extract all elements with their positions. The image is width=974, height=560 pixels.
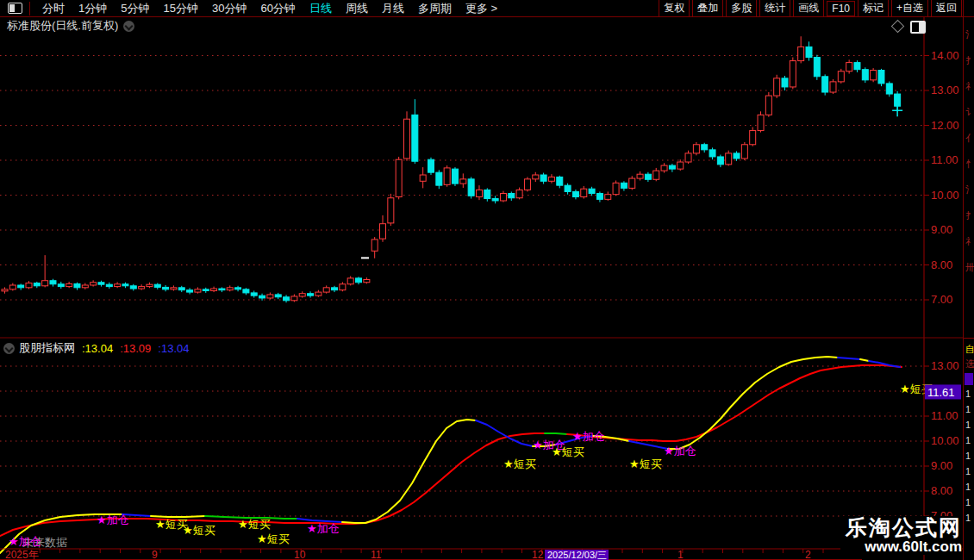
candle	[259, 296, 265, 298]
main-axis-label: 14.00	[931, 49, 959, 62]
period-tab-1分钟[interactable]: 1分钟	[72, 1, 114, 16]
main-chart-gridlines	[0, 56, 922, 301]
candle	[830, 82, 836, 92]
candle	[709, 150, 715, 157]
period-tab-日线[interactable]: 日线	[303, 1, 339, 16]
candle	[50, 281, 56, 284]
action-button-多股[interactable]: 多股	[726, 0, 757, 17]
candle	[412, 115, 418, 161]
candle	[195, 289, 201, 292]
candle	[356, 278, 362, 283]
period-tab-15分钟[interactable]: 15分钟	[156, 1, 204, 16]
candle	[163, 287, 169, 289]
candle	[139, 287, 145, 289]
strip-text-fragment: 礻	[965, 82, 974, 91]
candle	[846, 63, 852, 72]
strip-text-fragment: 自	[965, 345, 974, 354]
diamond-icon[interactable]	[891, 20, 905, 34]
action-button-统计[interactable]: 统计	[759, 0, 790, 17]
candle	[548, 177, 554, 181]
window-icon[interactable]	[8, 3, 22, 14]
strip-text-fragment: 选	[965, 359, 974, 369]
action-button-标记[interactable]: 标记	[858, 0, 889, 17]
candle	[484, 190, 490, 198]
candle	[765, 96, 771, 115]
period-tab-5分钟[interactable]: 5分钟	[114, 1, 156, 16]
indicator-lines	[0, 357, 902, 553]
candle	[565, 185, 571, 191]
candle	[275, 295, 281, 297]
candle	[726, 153, 732, 165]
app-window: 未来数据★加仓★加仓★短买★短买★短买★短买★加仓★短买★加仓★短买★加仓★短买…	[0, 0, 974, 560]
toolbar-divider	[29, 2, 30, 16]
candle	[211, 289, 217, 290]
period-tab-分时[interactable]: 分时	[35, 1, 72, 16]
strip-text-fragment: 讠	[965, 108, 974, 117]
candle	[645, 174, 651, 179]
candle	[854, 63, 860, 70]
signal-短买: ★短买	[629, 457, 662, 470]
candle	[806, 47, 812, 57]
chart-canvas: 未来数据★加仓★加仓★短买★短买★短买★短买★加仓★短买★加仓★短买★加仓★短买…	[0, 0, 974, 560]
period-tab-周线[interactable]: 周线	[339, 1, 375, 16]
strip-purple-block	[965, 373, 973, 385]
candle	[308, 294, 314, 296]
axis-month-label: 9	[152, 549, 158, 560]
candle	[340, 284, 346, 290]
candle	[420, 175, 426, 181]
main-axis-label: 11.00	[931, 153, 958, 166]
candle	[637, 174, 643, 178]
indicator-header: 股朋指标网 :13.04 :13.09 :13.04	[3, 341, 189, 355]
right-edge-strip[interactable]: 氵扌礻讠亻忄氵扌礻卅自选111111111	[963, 0, 974, 560]
candle	[58, 284, 64, 287]
action-button-叠加[interactable]: 叠加	[692, 0, 723, 17]
svg-text:11.61: 11.61	[927, 386, 955, 399]
signal-加仓: ★加仓	[307, 522, 340, 535]
signal-加仓: ★加仓	[9, 535, 41, 548]
strip-text-fragment: 1	[965, 482, 974, 492]
period-tab-30分钟[interactable]: 30分钟	[205, 1, 253, 16]
action-button-F10[interactable]: F10	[827, 1, 855, 16]
candle	[468, 179, 474, 196]
candle	[774, 78, 780, 96]
candle	[741, 145, 747, 159]
strip-text-fragment: 礻	[965, 237, 974, 246]
chevron-down-circle-icon[interactable]	[3, 343, 15, 354]
action-button-+自选[interactable]: +自选	[891, 0, 928, 17]
indicator-value-red: :13.09	[120, 342, 151, 355]
candle	[291, 296, 297, 301]
candle	[661, 165, 667, 171]
stock-title: 标准股份(日线.前复权)	[7, 18, 118, 34]
axis-year-label: 2025年	[5, 549, 39, 560]
candle	[596, 193, 603, 199]
chevron-down-circle-icon[interactable]	[123, 21, 134, 32]
candle	[589, 189, 595, 193]
candle	[26, 283, 32, 288]
candle	[886, 84, 892, 94]
candle	[436, 172, 442, 185]
candle	[653, 171, 659, 179]
action-button-返回[interactable]: 返回	[931, 0, 962, 17]
split-pane-icon[interactable]	[910, 21, 926, 34]
period-tab-更多 >[interactable]: 更多 >	[459, 1, 504, 16]
strip-text-fragment: 氵	[965, 30, 974, 40]
period-tab-60分钟[interactable]: 60分钟	[253, 1, 302, 16]
date-axis[interactable]: 2025年9101112122025/12/03/三	[5, 549, 903, 560]
candle	[91, 283, 97, 285]
candle	[323, 288, 329, 292]
indicator-value-yellow: :13.04	[82, 342, 113, 355]
candle	[669, 165, 675, 169]
candle	[227, 288, 233, 290]
period-tab-月线[interactable]: 月线	[375, 1, 411, 16]
candle	[516, 190, 522, 197]
action-button-复权[interactable]: 复权	[659, 0, 690, 17]
candle	[171, 288, 177, 289]
candle	[18, 285, 24, 288]
candle	[115, 284, 121, 287]
candle	[2, 289, 8, 291]
strip-text-fragment: 扌	[965, 56, 974, 65]
action-button-画线[interactable]: 画线	[793, 0, 824, 17]
candle	[717, 157, 723, 165]
toolbar-actions: 复权叠加多股统计画线F10标记+自选返回	[659, 0, 974, 17]
period-tab-多周期[interactable]: 多周期	[411, 1, 459, 16]
